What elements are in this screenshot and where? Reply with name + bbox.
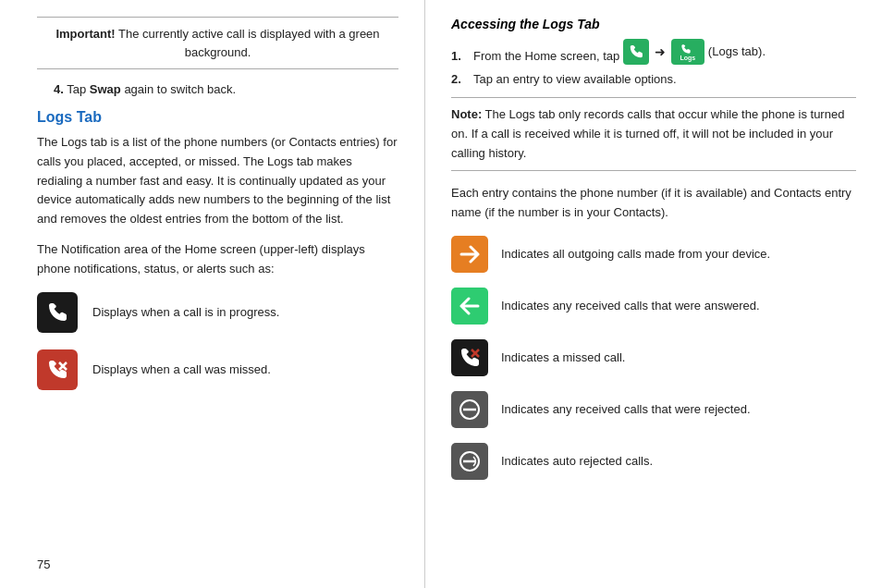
- rejected-calls-icon-box: [451, 391, 488, 428]
- accessing-steps: 1. From the Home screen, tap ➜: [451, 39, 856, 88]
- outgoing-calls-label: Indicates all outgoing calls made from y…: [501, 245, 770, 263]
- note-box: Note: The Logs tab only records calls th…: [451, 97, 856, 171]
- missed-call-right-icon-box: [451, 339, 488, 376]
- phone-tap-icon: [623, 39, 649, 65]
- outgoing-calls-row: Indicates all outgoing calls made from y…: [451, 236, 856, 273]
- auto-rejected-label: Indicates auto rejected calls.: [501, 452, 653, 471]
- step-1-content: From the Home screen, tap ➜: [473, 39, 766, 66]
- outgoing-arrow-icon: [458, 242, 482, 266]
- rejected-calls-label: Indicates any received calls that were r…: [501, 400, 751, 419]
- call-in-progress-row: Displays when a call is in progress.: [37, 292, 398, 333]
- rejected-icon: [458, 398, 482, 422]
- step-4-rest: again to switch back.: [121, 82, 236, 96]
- received-answered-row: Indicates any received calls that were a…: [451, 288, 856, 325]
- important-label: Important!: [55, 27, 115, 41]
- rejected-calls-row: Indicates any received calls that were r…: [451, 391, 856, 428]
- missed-call-icon: [45, 358, 69, 382]
- received-arrow-icon: [458, 294, 482, 318]
- logs-tab-heading: Logs Tab: [37, 109, 398, 126]
- important-notice: Important! The currently active call is …: [37, 17, 398, 69]
- logs-label-text: Logs: [680, 55, 695, 61]
- auto-rejected-icon-box: [451, 443, 488, 480]
- accessing-heading: Accessing the Logs Tab: [451, 17, 856, 31]
- missed-call-right-icon: [458, 346, 482, 370]
- missed-call-right-label: Indicates a missed call.: [501, 349, 625, 367]
- step-4-line: 4. Tap Swap again to switch back.: [37, 82, 398, 96]
- step-2-num: 2.: [451, 70, 470, 89]
- outgoing-calls-icon-box: [451, 236, 488, 273]
- step-1: 1. From the Home screen, tap ➜: [451, 39, 856, 66]
- tap-icons: ➜ Logs (Logs tab).: [623, 39, 766, 65]
- missed-call-row: Displays when a call was missed.: [37, 349, 398, 390]
- auto-rejected-row: Indicates auto rejected calls.: [451, 443, 856, 480]
- step-2: 2. Tap an entry to view available option…: [451, 70, 856, 89]
- note-label: Note:: [451, 107, 482, 121]
- call-in-progress-icon-box: [37, 292, 78, 333]
- logs-tab-button-icon: Logs: [671, 39, 704, 65]
- phone-icon: [45, 300, 69, 325]
- step-1-num: 1.: [451, 47, 470, 66]
- phone-tap-svg: [628, 43, 644, 60]
- logs-phone-svg: [680, 43, 696, 55]
- entry-desc: Each entry contains the phone number (if…: [451, 184, 856, 223]
- received-answered-label: Indicates any received calls that were a…: [501, 297, 760, 315]
- missed-call-icon-box: [37, 349, 78, 390]
- step-2-text: Tap an entry to view available options.: [473, 70, 677, 89]
- step-4-text: Tap Swap again to switch back.: [67, 82, 236, 96]
- swap-bold: Swap: [90, 82, 121, 96]
- step-4-num: 4.: [54, 82, 64, 96]
- auto-rejected-icon: [458, 449, 482, 473]
- missed-call-label: Displays when a call was missed.: [92, 361, 271, 379]
- missed-call-right-row: Indicates a missed call.: [451, 339, 856, 376]
- logs-tab-desc1: The Logs tab is a list of the phone numb…: [37, 133, 398, 229]
- note-text: The Logs tab only records calls that occ…: [451, 107, 844, 160]
- received-answered-icon-box: [451, 288, 488, 325]
- arrow-icon: ➜: [655, 43, 666, 62]
- call-in-progress-label: Displays when a call is in progress.: [92, 303, 279, 322]
- notification-desc: The Notification area of the Home screen…: [37, 240, 398, 279]
- important-text: The currently active call is displayed w…: [118, 27, 380, 59]
- page-number: 75: [37, 557, 50, 571]
